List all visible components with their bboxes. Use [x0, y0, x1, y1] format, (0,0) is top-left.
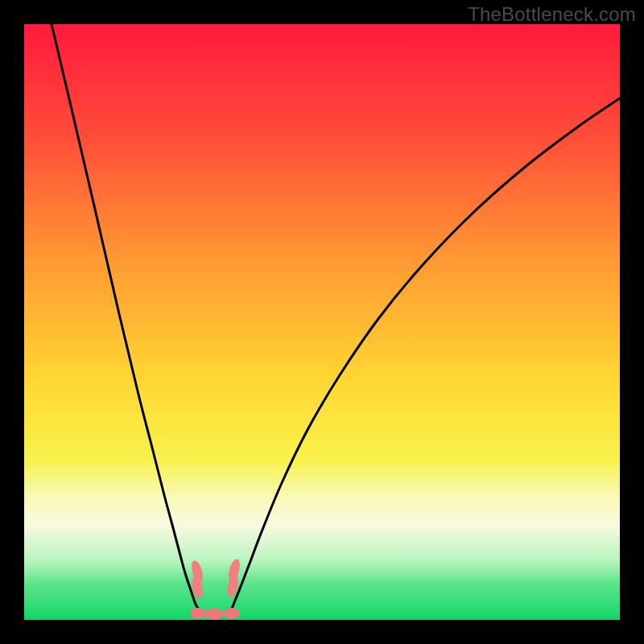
- plot-area: [24, 24, 620, 620]
- marker-blob-5: [204, 609, 224, 620]
- chart-frame: TheBottleneck.com: [0, 0, 644, 644]
- marker-blob-6: [224, 608, 240, 619]
- chart-svg: [24, 24, 620, 620]
- watermark-text: TheBottleneck.com: [468, 3, 636, 26]
- gradient-background: [24, 24, 620, 620]
- marker-blob-4: [190, 608, 206, 619]
